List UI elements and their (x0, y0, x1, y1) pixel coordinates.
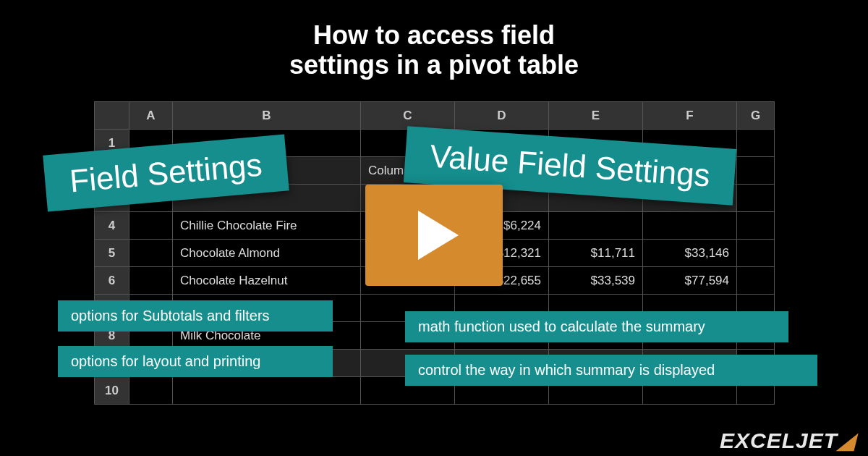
col-header-b: B (173, 102, 361, 130)
row-header: 4 (95, 212, 129, 240)
title-line-1: How to access field (313, 20, 555, 50)
page-title: How to access field settings in a pivot … (0, 0, 868, 80)
column-header-row: A B C D E F G (95, 102, 775, 130)
corner-cell (95, 102, 129, 130)
pivot-cell: $33,146 (643, 240, 737, 267)
col-header-g: G (737, 102, 775, 130)
col-header-a: A (129, 102, 173, 130)
pivot-row-label: Chillie Chocolate Fire (173, 212, 361, 240)
pivot-row-label: Chocolate Hazelnut (173, 267, 361, 295)
col-header-d: D (455, 102, 549, 130)
logo-accent-icon: ◢ (838, 428, 855, 452)
pivot-cell: $33,539 (549, 267, 643, 295)
row-header: 10 (95, 377, 129, 405)
row-header: 6 (95, 267, 129, 295)
pivot-cell: $77,594 (643, 267, 737, 295)
col-header-e: E (549, 102, 643, 130)
pivot-cell (643, 212, 737, 240)
col-header-c: C (361, 102, 455, 130)
play-button[interactable] (365, 185, 503, 286)
pivot-row-label: Chocolate Almond (173, 240, 361, 267)
caption-display: control the way in which summary is disp… (405, 355, 817, 386)
row-header: 5 (95, 240, 129, 267)
pivot-cell: $11,711 (549, 240, 643, 267)
logo-text: EXCELJET (720, 428, 838, 452)
pivot-cell (549, 212, 643, 240)
play-icon (418, 211, 459, 260)
caption-subtotals: options for Subtotals and filters (58, 300, 333, 332)
exceljet-logo: EXCELJET◢ (720, 428, 855, 453)
title-line-2: settings in a pivot table (289, 50, 579, 80)
col-header-f: F (643, 102, 737, 130)
caption-layout: options for layout and printing (58, 346, 333, 377)
caption-math-function: math function used to calculate the summ… (405, 311, 788, 342)
